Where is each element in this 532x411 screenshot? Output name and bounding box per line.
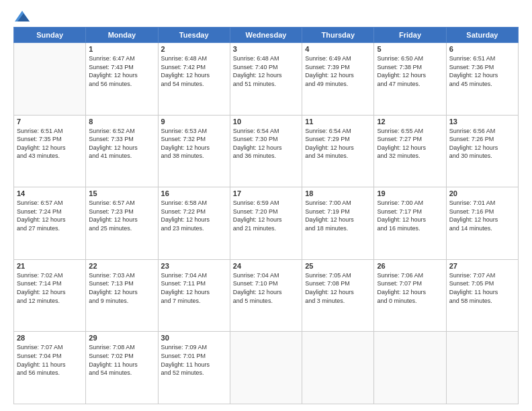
calendar-cell: 27Sunrise: 7:07 AM Sunset: 7:05 PM Dayli… [446, 259, 518, 332]
calendar-cell: 26Sunrise: 7:06 AM Sunset: 7:07 PM Dayli… [374, 259, 446, 332]
calendar-cell: 19Sunrise: 7:00 AM Sunset: 7:17 PM Dayli… [374, 187, 446, 260]
day-info: Sunrise: 7:06 AM Sunset: 7:07 PM Dayligh… [377, 271, 443, 305]
weekday-header-monday: Monday [86, 28, 158, 43]
calendar-cell: 21Sunrise: 7:02 AM Sunset: 7:14 PM Dayli… [14, 259, 86, 332]
day-info: Sunrise: 7:02 AM Sunset: 7:14 PM Dayligh… [17, 271, 83, 305]
calendar-cell: 18Sunrise: 7:00 AM Sunset: 7:19 PM Dayli… [302, 187, 374, 260]
calendar-cell: 12Sunrise: 6:55 AM Sunset: 7:27 PM Dayli… [374, 115, 446, 187]
day-number: 11 [305, 118, 371, 126]
header [13, 12, 519, 20]
day-info: Sunrise: 6:50 AM Sunset: 7:38 PM Dayligh… [377, 54, 443, 88]
day-number: 15 [89, 189, 154, 197]
weekday-header-tuesday: Tuesday [158, 28, 230, 43]
calendar-cell: 3Sunrise: 6:48 AM Sunset: 7:40 PM Daylig… [230, 43, 302, 116]
day-info: Sunrise: 7:04 AM Sunset: 7:10 PM Dayligh… [233, 271, 299, 305]
day-info: Sunrise: 6:56 AM Sunset: 7:26 PM Dayligh… [449, 127, 515, 161]
calendar-cell [230, 332, 302, 404]
day-info: Sunrise: 7:04 AM Sunset: 7:11 PM Dayligh… [161, 271, 227, 305]
day-number: 24 [233, 262, 299, 270]
day-number: 8 [89, 118, 154, 126]
calendar-cell: 17Sunrise: 6:59 AM Sunset: 7:20 PM Dayli… [230, 187, 302, 260]
calendar-cell: 23Sunrise: 7:04 AM Sunset: 7:11 PM Dayli… [158, 259, 230, 332]
page: SundayMondayTuesdayWednesdayThursdayFrid… [0, 0, 532, 411]
day-number: 28 [17, 334, 83, 342]
day-info: Sunrise: 6:59 AM Sunset: 7:20 PM Dayligh… [233, 199, 299, 232]
day-number: 18 [305, 189, 371, 197]
day-number: 6 [449, 45, 515, 53]
weekday-header-wednesday: Wednesday [230, 28, 302, 43]
week-row-1: 1Sunrise: 6:47 AM Sunset: 7:43 PM Daylig… [14, 43, 519, 116]
day-number: 27 [449, 262, 515, 270]
day-number: 29 [89, 334, 154, 342]
day-number: 3 [233, 45, 299, 53]
logo [13, 12, 30, 20]
day-number: 4 [305, 45, 371, 53]
day-number: 10 [233, 118, 299, 126]
day-info: Sunrise: 6:51 AM Sunset: 7:35 PM Dayligh… [17, 127, 83, 161]
day-info: Sunrise: 7:09 AM Sunset: 7:01 PM Dayligh… [161, 343, 227, 377]
calendar-cell: 20Sunrise: 7:01 AM Sunset: 7:16 PM Dayli… [446, 187, 518, 260]
day-info: Sunrise: 7:07 AM Sunset: 7:05 PM Dayligh… [449, 271, 515, 305]
calendar-cell: 25Sunrise: 7:05 AM Sunset: 7:08 PM Dayli… [302, 259, 374, 332]
day-info: Sunrise: 6:48 AM Sunset: 7:42 PM Dayligh… [161, 54, 227, 88]
week-row-4: 21Sunrise: 7:02 AM Sunset: 7:14 PM Dayli… [14, 259, 519, 332]
calendar-cell [446, 332, 518, 404]
calendar-cell: 16Sunrise: 6:58 AM Sunset: 7:22 PM Dayli… [158, 187, 230, 260]
week-row-2: 7Sunrise: 6:51 AM Sunset: 7:35 PM Daylig… [14, 115, 519, 187]
day-info: Sunrise: 6:54 AM Sunset: 7:29 PM Dayligh… [305, 127, 371, 161]
day-info: Sunrise: 7:05 AM Sunset: 7:08 PM Dayligh… [305, 271, 371, 305]
calendar-cell [14, 43, 86, 116]
day-info: Sunrise: 6:53 AM Sunset: 7:32 PM Dayligh… [161, 127, 227, 161]
calendar-cell: 6Sunrise: 6:51 AM Sunset: 7:36 PM Daylig… [446, 43, 518, 116]
day-number: 5 [377, 45, 443, 53]
calendar-cell: 24Sunrise: 7:04 AM Sunset: 7:10 PM Dayli… [230, 259, 302, 332]
day-number: 17 [233, 189, 299, 197]
calendar-cell: 4Sunrise: 6:49 AM Sunset: 7:39 PM Daylig… [302, 43, 374, 116]
calendar-cell [374, 332, 446, 404]
day-info: Sunrise: 6:55 AM Sunset: 7:27 PM Dayligh… [377, 127, 443, 161]
calendar-cell: 1Sunrise: 6:47 AM Sunset: 7:43 PM Daylig… [86, 43, 158, 116]
day-info: Sunrise: 6:57 AM Sunset: 7:23 PM Dayligh… [89, 199, 154, 232]
day-number: 14 [17, 189, 83, 197]
day-info: Sunrise: 7:07 AM Sunset: 7:04 PM Dayligh… [17, 343, 83, 377]
calendar-cell: 9Sunrise: 6:53 AM Sunset: 7:32 PM Daylig… [158, 115, 230, 187]
day-info: Sunrise: 7:03 AM Sunset: 7:13 PM Dayligh… [89, 271, 154, 305]
calendar-cell: 29Sunrise: 7:08 AM Sunset: 7:02 PM Dayli… [86, 332, 158, 404]
day-number: 9 [161, 118, 227, 126]
weekday-header-row: SundayMondayTuesdayWednesdayThursdayFrid… [14, 28, 519, 43]
day-info: Sunrise: 6:49 AM Sunset: 7:39 PM Dayligh… [305, 54, 371, 88]
logo-text [13, 12, 30, 21]
day-number: 7 [17, 118, 83, 126]
day-number: 1 [89, 45, 154, 53]
calendar-cell: 7Sunrise: 6:51 AM Sunset: 7:35 PM Daylig… [14, 115, 86, 187]
day-info: Sunrise: 6:57 AM Sunset: 7:24 PM Dayligh… [17, 199, 83, 232]
calendar-cell: 13Sunrise: 6:56 AM Sunset: 7:26 PM Dayli… [446, 115, 518, 187]
day-info: Sunrise: 6:47 AM Sunset: 7:43 PM Dayligh… [89, 54, 154, 88]
calendar-cell: 22Sunrise: 7:03 AM Sunset: 7:13 PM Dayli… [86, 259, 158, 332]
weekday-header-thursday: Thursday [302, 28, 374, 43]
day-number: 30 [161, 334, 227, 342]
day-info: Sunrise: 6:54 AM Sunset: 7:30 PM Dayligh… [233, 127, 299, 161]
day-info: Sunrise: 6:58 AM Sunset: 7:22 PM Dayligh… [161, 199, 227, 232]
calendar-cell [302, 332, 374, 404]
day-info: Sunrise: 6:51 AM Sunset: 7:36 PM Dayligh… [449, 54, 515, 88]
calendar-cell: 14Sunrise: 6:57 AM Sunset: 7:24 PM Dayli… [14, 187, 86, 260]
day-number: 21 [17, 262, 83, 270]
day-info: Sunrise: 7:00 AM Sunset: 7:17 PM Dayligh… [377, 199, 443, 232]
day-number: 19 [377, 189, 443, 197]
day-number: 22 [89, 262, 154, 270]
day-number: 16 [161, 189, 227, 197]
week-row-3: 14Sunrise: 6:57 AM Sunset: 7:24 PM Dayli… [14, 187, 519, 260]
calendar-cell: 5Sunrise: 6:50 AM Sunset: 7:38 PM Daylig… [374, 43, 446, 116]
calendar-cell: 11Sunrise: 6:54 AM Sunset: 7:29 PM Dayli… [302, 115, 374, 187]
day-number: 20 [449, 189, 515, 197]
weekday-header-friday: Friday [374, 28, 446, 43]
day-number: 26 [377, 262, 443, 270]
calendar-cell: 30Sunrise: 7:09 AM Sunset: 7:01 PM Dayli… [158, 332, 230, 404]
calendar-cell: 28Sunrise: 7:07 AM Sunset: 7:04 PM Dayli… [14, 332, 86, 404]
weekday-header-sunday: Sunday [14, 28, 86, 43]
logo-icon [15, 11, 30, 21]
day-number: 12 [377, 118, 443, 126]
day-info: Sunrise: 6:48 AM Sunset: 7:40 PM Dayligh… [233, 54, 299, 88]
day-info: Sunrise: 7:01 AM Sunset: 7:16 PM Dayligh… [449, 199, 515, 232]
